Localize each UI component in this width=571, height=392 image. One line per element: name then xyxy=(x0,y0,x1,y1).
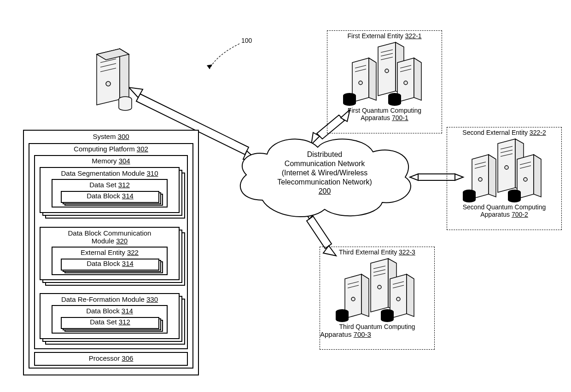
seg-module-stack: Data Segmentation Module 310 Data Set 31… xyxy=(40,167,183,218)
svg-point-4 xyxy=(106,81,111,86)
cloud-label: Distributed Communication Network (Inter… xyxy=(251,150,398,196)
processor-box: Processor 306 xyxy=(34,352,188,366)
comm-module-line2: Module xyxy=(92,237,114,245)
cloud-line4: Telecommunication Network) xyxy=(251,178,398,187)
system-box: System 300 Computing Platform 302 Memory… xyxy=(23,130,199,375)
memory-title: Memory xyxy=(92,157,117,165)
svg-point-24 xyxy=(478,178,482,181)
comm-block-title: Data Block xyxy=(87,259,120,267)
second-entity-servers-icon xyxy=(454,136,555,205)
third-entity-caption2: Apparatus xyxy=(320,330,351,338)
comm-block-ref: 314 xyxy=(122,259,134,267)
processor-title: Processor xyxy=(89,354,120,362)
second-entity-caption1: Second Quantum Computing xyxy=(447,203,561,211)
reform-module-stack: Data Re-Formation Module 330 Data Block … xyxy=(40,293,183,344)
reform-dataset-title: Data Set xyxy=(90,318,117,326)
system-title-ref: 300 xyxy=(118,133,129,140)
svg-point-12 xyxy=(359,81,362,85)
reform-module-title: Data Re-Formation Module xyxy=(61,295,145,303)
third-entity-title: Third External Entity xyxy=(339,248,397,256)
seg-module-title: Data Segmentation Module xyxy=(61,169,145,177)
reform-block-ref: 314 xyxy=(122,307,133,315)
memory-ref: 304 xyxy=(119,157,130,165)
second-entity-caption2: Apparatus xyxy=(480,211,510,218)
seg-module-ref: 310 xyxy=(146,169,158,177)
cloud-line3: (Internet & Wired/Wireless xyxy=(251,168,398,178)
third-entity-servers-icon xyxy=(326,256,428,325)
svg-point-21 xyxy=(505,166,508,169)
computing-platform-box: Computing Platform 302 Memory 304 Data S… xyxy=(29,143,193,369)
platform-ref: 302 xyxy=(137,145,148,153)
platform-title: Computing Platform xyxy=(74,145,135,153)
svg-point-36 xyxy=(351,297,355,301)
third-entity-title-ref: 322-3 xyxy=(399,248,415,256)
cloud-line1: Distributed xyxy=(251,150,398,159)
third-entity-box: Third External Entity 322-3 Third Quantu… xyxy=(320,247,435,350)
comm-entity-ref: 322 xyxy=(127,248,139,256)
first-entity-servers-icon xyxy=(334,40,435,109)
figure-number: 100 xyxy=(241,37,252,44)
first-entity-title: First External Entity xyxy=(347,32,403,40)
seg-block-ref: 314 xyxy=(122,192,134,200)
second-entity-caption-ref: 700-2 xyxy=(512,211,528,218)
reform-module-ref: 330 xyxy=(146,295,158,303)
seg-dataset-title: Data Set xyxy=(89,181,116,189)
processor-ref: 306 xyxy=(122,354,133,362)
cloud-ref: 200 xyxy=(251,187,398,196)
svg-point-33 xyxy=(378,285,381,289)
reform-dataset-ref: 312 xyxy=(119,318,130,326)
comm-module-ref: 320 xyxy=(116,237,128,245)
system-title: System xyxy=(93,133,116,140)
seg-block-title: Data Block xyxy=(87,192,120,200)
svg-point-27 xyxy=(524,178,527,181)
standalone-server-icon xyxy=(83,46,138,115)
second-entity-title: Second External Entity xyxy=(462,129,528,136)
memory-box: Memory 304 Data Segmentation Module 310 xyxy=(34,155,188,349)
reform-block-title: Data Block xyxy=(86,307,120,315)
second-entity-title-ref: 322-2 xyxy=(530,129,546,136)
cloud-line2: Communication Network xyxy=(251,159,398,168)
svg-point-15 xyxy=(404,81,408,85)
comm-module-line1: Data Block Communication xyxy=(41,229,179,237)
first-entity-caption-ref: 700-1 xyxy=(392,114,408,121)
first-entity-caption2: Apparatus xyxy=(361,114,390,121)
comm-module-stack: Data Block Communication Module 320 Exte… xyxy=(40,227,183,284)
svg-point-39 xyxy=(396,297,400,301)
third-entity-caption-ref: 700-3 xyxy=(354,330,371,338)
first-entity-box: First External Entity 322-1 xyxy=(327,30,442,133)
first-entity-title-ref: 322-1 xyxy=(405,32,422,40)
svg-point-9 xyxy=(385,69,389,73)
seg-dataset-ref: 312 xyxy=(118,181,130,189)
first-entity-caption1: First Quantum Computing xyxy=(327,107,442,114)
comm-entity-title: External Entity xyxy=(81,248,125,256)
second-entity-box: Second External Entity 322-2 Second Quan… xyxy=(447,127,562,230)
